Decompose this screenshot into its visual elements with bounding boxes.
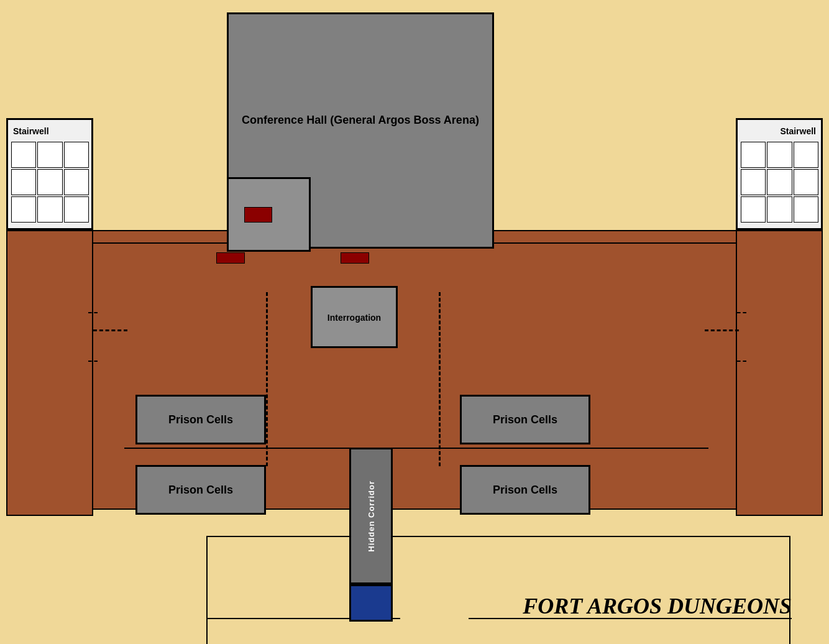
antechamber (227, 177, 311, 252)
prison-cell-bottom-right: Prison Cells (460, 465, 590, 515)
prison-cell-top-left-label: Prison Cells (168, 413, 233, 426)
stair-cell (11, 142, 36, 168)
map-container: Conference Hall (General Argos Boss Aren… (0, 0, 829, 644)
stairwell-left-label: Stairwell (13, 126, 49, 136)
map-title: FORT ARGOS DUNGEONS (523, 593, 792, 619)
door-left (216, 252, 245, 264)
prison-cell-top-right: Prison Cells (460, 395, 590, 444)
right-passage-dash (737, 312, 746, 362)
prison-cell-top-left: Prison Cells (135, 395, 266, 444)
stair-cell (741, 196, 766, 223)
stairwell-right-label: Stairwell (780, 126, 816, 136)
stair-cell (37, 142, 62, 168)
stair-cell (37, 196, 62, 223)
prison-cell-bottom-left: Prison Cells (135, 465, 266, 515)
v-dashed-right (439, 292, 441, 466)
stairwell-right-grid (741, 142, 818, 223)
door-center-top (341, 252, 369, 264)
h-div-right (393, 448, 708, 449)
stairwell-right: Stairwell (736, 118, 823, 230)
inner-floor (206, 536, 790, 644)
left-dashed-passage-h (93, 329, 127, 331)
brown-right-side (736, 230, 823, 516)
h-div-left (124, 448, 349, 449)
stair-cell (37, 169, 62, 195)
stair-cell (64, 196, 89, 223)
stair-cell (794, 196, 818, 223)
stair-cell (11, 169, 36, 195)
brown-left-side (6, 230, 93, 516)
stair-cell (767, 169, 792, 195)
blue-room (349, 584, 393, 622)
left-passage-dash (88, 312, 98, 362)
prison-cell-bottom-right-label: Prison Cells (493, 484, 557, 497)
hidden-corridor: Hidden Corridor (349, 448, 393, 584)
prison-cell-top-right-label: Prison Cells (493, 413, 557, 426)
v-dashed-left (266, 292, 268, 466)
conference-hall-label: Conference Hall (General Argos Boss Aren… (229, 114, 492, 127)
interrogation-label: Interrogation (313, 313, 396, 323)
stair-cell (64, 169, 89, 195)
stairwell-left: Stairwell (6, 118, 93, 230)
right-dashed-passage-h (705, 329, 739, 331)
stair-cell (794, 142, 818, 168)
stair-cell (741, 142, 766, 168)
stair-cell (11, 196, 36, 223)
stair-cell (767, 196, 792, 223)
stairwell-left-grid (11, 142, 89, 223)
stair-cell (64, 142, 89, 168)
prison-cell-bottom-left-label: Prison Cells (168, 484, 233, 497)
stair-cell (741, 169, 766, 195)
interrogation-room: Interrogation (311, 286, 398, 348)
door-antechamber (244, 207, 272, 223)
stair-cell (767, 142, 792, 168)
hidden-corridor-label: Hidden Corridor (367, 481, 376, 552)
stair-cell (794, 169, 818, 195)
